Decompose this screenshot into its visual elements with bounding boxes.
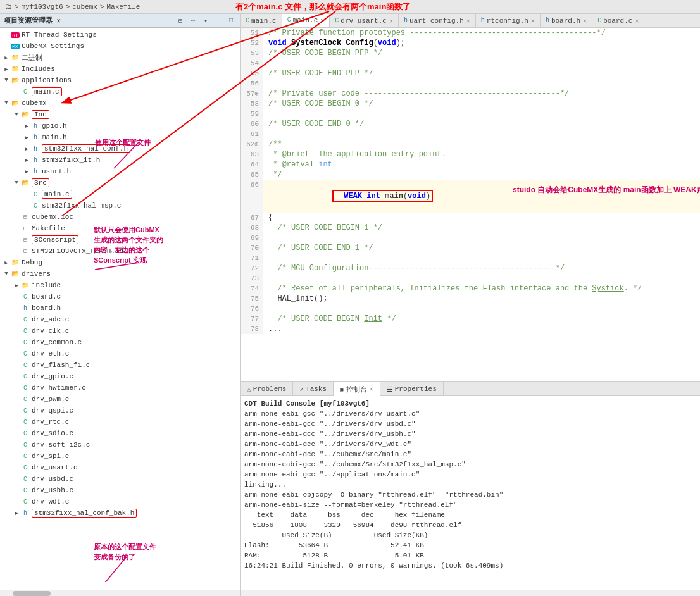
sidebar-item-flash-ld[interactable]: ⊞ STM32F103VGTx_FLASH.ld <box>0 245 240 257</box>
arrow-stm32it: ▶ <box>23 157 30 164</box>
code-line-72: 72 /* MCU Configuration-----------------… <box>241 263 700 273</box>
tab-close-board-c[interactable]: ✕ <box>635 17 639 25</box>
file-c-src-icon: C <box>30 190 41 199</box>
includes-label: Includes <box>22 65 55 73</box>
breadcrumb-part1[interactable]: myf103vgt6 <box>22 3 63 11</box>
console-tab-close[interactable]: ✕ <box>370 385 373 393</box>
sidebar-item-board-h[interactable]: h board.h <box>0 302 240 314</box>
sidebar-item-gpio-h[interactable]: ▶ h gpio.h <box>0 120 240 132</box>
tab-drv-usart-c[interactable]: C drv_usart.c ✕ <box>330 14 399 28</box>
sidebar-item-stm32-conf-bak-h[interactable]: ▶ h stm32f1xx_hal_conf_bak.h <box>0 507 240 519</box>
tab-close-drv-usart[interactable]: ✕ <box>389 17 393 25</box>
tab-close-board-h[interactable]: ✕ <box>583 17 587 25</box>
sidebar-item-drv-sdio-c[interactable]: C drv_sdio.c <box>0 428 240 439</box>
sidebar-item-main-c-src[interactable]: C main.c <box>0 189 240 200</box>
sidebar-item-drv-adc-c[interactable]: C drv_adc.c <box>0 314 240 325</box>
sidebar-item-drv-usbh-c[interactable]: C drv_usbh.c <box>0 485 240 496</box>
tree-horizontal-scrollbar[interactable] <box>0 590 240 596</box>
sidebar-item-main-c-app[interactable]: C main.c <box>0 86 240 97</box>
applications-label: applications <box>22 77 72 84</box>
drv-flash-f1-c-label: drv_flash_f1.c <box>32 361 90 369</box>
tab-problems[interactable]: ⚠ Problems <box>241 382 293 396</box>
breadcrumb-icon: 🗂 <box>5 3 12 11</box>
code-line-63: 63 * @brief The application entry point. <box>241 149 700 159</box>
console-line-1: arm-none-eabi-gcc "../drivers/drv_usart.… <box>244 409 696 419</box>
sidebar-item-drv-eth-c[interactable]: C drv_eth.c <box>0 348 240 359</box>
drv-hwtimer-c-label: drv_hwtimer.c <box>32 384 86 392</box>
sidebar-item-main-h[interactable]: ▶ h main.h <box>0 132 240 143</box>
sidebar-item-drivers[interactable]: ▼ 📂 drivers <box>0 268 240 280</box>
code-line-76: 76 <box>241 304 700 314</box>
tab-board-h[interactable]: h board.h ✕ <box>541 14 592 28</box>
inc-label: Inc <box>32 110 49 119</box>
sidebar-item-includes[interactable]: ▶ 📁 Includes <box>0 63 240 75</box>
sidebar-item-makefile[interactable]: ⊞ Makefile <box>0 223 240 234</box>
sidebar-item-drv-hwtimer-c[interactable]: C drv_hwtimer.c <box>0 382 240 394</box>
sidebar-item-drv-usbd-c[interactable]: C drv_usbd.c <box>0 473 240 485</box>
sidebar-item-cubemx-settings[interactable]: MX CubeMX Settings <box>0 40 240 52</box>
sidebar-item-drv-clk-c[interactable]: C drv_clk.c <box>0 325 240 337</box>
sidebar-item-drv-rtc-c[interactable]: C drv_rtc.c <box>0 416 240 428</box>
code-line-77: 77 /* USER CODE BEGIN Init */ <box>241 314 700 324</box>
sidebar-item-binary[interactable]: ▶ 📁 二进制 <box>0 52 240 63</box>
scrollbar-thumb[interactable] <box>13 591 51 596</box>
sidebar-item-debug[interactable]: ▶ 📁 Debug <box>0 257 240 268</box>
sidebar-item-applications[interactable]: ▼ 📂 applications <box>0 75 240 86</box>
sidebar-item-stm32-hal-conf-h[interactable]: ▶ h stm32f1xx_hal_conf.h <box>0 143 240 154</box>
sidebar-item-drv-pwm-c[interactable]: C drv_pwm.c <box>0 394 240 405</box>
minimize-icon[interactable]: − <box>213 16 223 26</box>
tab-main-c-1[interactable]: C main.c <box>241 14 282 28</box>
sidebar-item-drv-common-c[interactable]: C drv_common.c <box>0 337 240 348</box>
breadcrumb-part3[interactable]: Makefile <box>106 3 140 11</box>
sidebar-item-rt-settings[interactable]: RT RT-Thread Settings <box>0 29 240 40</box>
drv-sdio-c-label: drv_sdio.c <box>32 430 73 437</box>
sidebar-item-inc[interactable]: ▼ 📂 Inc <box>0 109 240 120</box>
sidebar-item-stm32-hal-msp-c[interactable]: C stm32f1xx_hal_msp.c <box>0 200 240 211</box>
sidebar-item-cubemx-ioc[interactable]: ⊞ cubemx.ioc <box>0 211 240 223</box>
folder-include-icon: 📁 <box>20 281 30 290</box>
drv-qspi-c-label: drv_qspi.c <box>32 407 73 414</box>
code-editor[interactable]: 51 /* Private function prototypes ------… <box>241 28 700 381</box>
view-menu-icon[interactable]: ▾ <box>201 16 211 26</box>
sidebar-item-usart-h[interactable]: ▶ h usart.h <box>0 166 240 177</box>
file-c-drvsoft-icon: C <box>20 440 30 449</box>
sidebar-item-drv-soft-i2c-c[interactable]: C drv_soft_i2c.c <box>0 439 240 450</box>
tab-console[interactable]: ▣ 控制台 ✕ <box>334 382 380 396</box>
sidebar-item-src[interactable]: ▼ 📂 Src <box>0 177 240 189</box>
tab-close-main-c-2[interactable]: ✕ <box>320 16 324 24</box>
tab-main-c-2[interactable]: C main.c ✕ <box>282 14 330 28</box>
file-c-board-icon: C <box>20 292 30 301</box>
file-sconscript-icon: ⊞ <box>20 235 30 244</box>
drv-rtc-c-label: drv_rtc.c <box>32 418 69 426</box>
collapse-all-icon[interactable]: ⊟ <box>175 16 185 26</box>
tab-uart-config-h[interactable]: h uart_config.h ✕ <box>399 14 476 28</box>
drv-gpio-c-label: drv_gpio.c <box>32 373 73 380</box>
maximize-icon[interactable]: □ <box>226 16 236 26</box>
console-line-15: RAM: 5128 B 5.01 KB <box>244 550 696 561</box>
arrow-gpio: ▶ <box>23 123 30 130</box>
tab-rtconfig-h[interactable]: h rtconfig.h ✕ <box>476 14 541 28</box>
file-c-drvusbd-icon: C <box>20 475 30 483</box>
tab-close-rtconfig[interactable]: ✕ <box>531 17 535 25</box>
tab-properties[interactable]: ☰ Properties <box>380 382 444 396</box>
sidebar-item-drv-qspi-c[interactable]: C drv_qspi.c <box>0 405 240 416</box>
sidebar-item-drv-wdt-c[interactable]: C drv_wdt.c <box>0 496 240 507</box>
sidebar-item-stm32-it-h[interactable]: ▶ h stm32f1xx_it.h <box>0 154 240 166</box>
breadcrumb-part2[interactable]: cubemx <box>72 3 97 11</box>
sidebar-item-drv-usart-c[interactable]: C drv_usart.c <box>0 462 240 473</box>
sidebar-item-drv-flash-f1-c[interactable]: C drv_flash_f1.c <box>0 359 240 371</box>
sidebar-item-cubemx[interactable]: ▼ 📂 cubemx <box>0 97 240 109</box>
tab-tasks[interactable]: ✓ Tasks <box>293 382 334 396</box>
sidebar-item-drv-gpio-c[interactable]: C drv_gpio.c <box>0 371 240 382</box>
tab-icon-main-c-1: C <box>246 17 249 24</box>
tab-board-c[interactable]: C board.c ✕ <box>592 14 644 28</box>
tab-close-uart-config[interactable]: ✕ <box>466 17 470 25</box>
bottom-horizontal-scrollbar[interactable] <box>241 590 700 596</box>
arrow-debug: ▶ <box>3 259 10 266</box>
sidebar-item-drv-spi-c[interactable]: C drv_spi.c <box>0 450 240 462</box>
sidebar-item-board-c[interactable]: C board.c <box>0 291 240 302</box>
link-with-editor-icon[interactable]: ↔ <box>188 16 198 26</box>
sidebar-item-sconscript[interactable]: ⊞ SConscript <box>0 234 240 245</box>
tab-icon-board-h: h <box>546 17 549 24</box>
sidebar-item-include[interactable]: ▶ 📁 include <box>0 280 240 291</box>
